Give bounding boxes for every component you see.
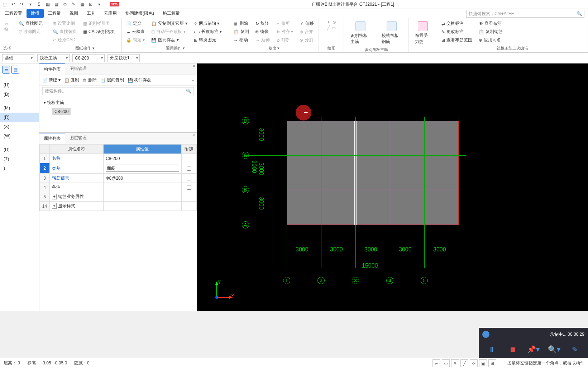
screen-recorder-overlay[interactable]: 录制中... 00:00:29 ⏸ ⏹ 📌▾ 🔍▾ ✎	[479, 328, 588, 358]
qat-undo-icon[interactable]: ↶	[10, 1, 16, 8]
lnav-6[interactable]: (X)	[0, 122, 39, 131]
rbtn-restore-cad[interactable]: ↶ 还原CAD	[51, 36, 78, 44]
lnav-3[interactable]	[0, 99, 39, 103]
qat-dropdown-icon[interactable]: ▾	[27, 1, 34, 8]
prop-chk-2[interactable]	[187, 166, 191, 171]
expand-icon[interactable]: +	[52, 203, 57, 209]
rbtn-offset[interactable]: ⫽ 偏移	[298, 20, 315, 27]
qat-grid1-icon[interactable]: ▦	[44, 1, 51, 8]
menu-project-settings[interactable]: 工程设置	[1, 9, 27, 18]
rbtn-delete[interactable]: 🗑 删除	[232, 20, 250, 27]
rbtn-change-annot[interactable]: ✎ 更改标注	[440, 28, 474, 36]
lnav-4[interactable]: (M)	[0, 103, 39, 113]
lnav-1[interactable]: (H)	[0, 80, 39, 90]
qat-grid2-icon[interactable]: ▦	[53, 1, 59, 8]
tree-child[interactable]: C8-200	[52, 108, 71, 115]
group-common[interactable]: 通用操作 ▾	[125, 46, 226, 51]
qat-doc-icon[interactable]: ⊡	[87, 1, 94, 8]
bigbtn-check-rebar[interactable]: 校核筏板钢筋	[378, 20, 406, 46]
sbtn-7[interactable]: ⊞	[488, 359, 496, 367]
bigbtn-layout-rebar[interactable]: 布置受力筋	[411, 20, 434, 46]
tbtn-delete[interactable]: 🗑 删除	[83, 77, 97, 83]
rbtn-auto-align[interactable]: ⊞ 自动平齐顶板 ▾	[150, 28, 188, 36]
lnav-7[interactable]: (W)	[0, 131, 39, 141]
mid-panel-close-icon[interactable]: ✕	[192, 64, 195, 68]
lnav-5[interactable]: (R)	[0, 113, 39, 122]
group-modify[interactable]: 修改 ▾	[232, 46, 316, 51]
shortcut-search-input[interactable]: 快捷键搜索，Ctrl+Alt+E 🔍	[466, 10, 584, 18]
sbtn-6[interactable]: ▣	[479, 359, 487, 367]
recorder-stop-button[interactable]: ⏹	[506, 343, 519, 356]
expand-icon[interactable]: +	[52, 194, 57, 199]
toolbar-more-icon[interactable]: »	[191, 78, 194, 83]
rbtn-copy-layer[interactable]: 📋 复制到其它层 ▾	[150, 20, 188, 27]
view-list-icon[interactable]: ☰	[2, 66, 10, 74]
tab-component-list[interactable]: 构件列表	[39, 63, 65, 75]
prop-panel-close-icon[interactable]: ✕	[192, 133, 195, 137]
recorder-pause-button[interactable]: ⏸	[486, 343, 498, 356]
rbtn-copy[interactable]: 📋 复制	[232, 28, 250, 36]
qat-redo-icon[interactable]: ↷	[19, 1, 25, 8]
tbtn-save[interactable]: 💾 构件存盘	[128, 77, 151, 83]
rbtn-view-rebar[interactable]: 👁 查看布筋	[477, 20, 504, 27]
lnav-8[interactable]	[0, 141, 39, 145]
combo-layer[interactable]: 分层筏板1	[107, 54, 140, 62]
qat-grid3-icon[interactable]: ▦	[79, 1, 85, 8]
combo-rebar-type[interactable]: 筏板主筋	[37, 54, 70, 62]
group-drawing[interactable]: 图纸操作 ▾	[51, 46, 119, 51]
lnav-10[interactable]: (T)	[0, 154, 39, 164]
tab-property-list[interactable]: 属性列表	[39, 133, 65, 144]
rbtn-break[interactable]: ⊘ 打断	[275, 36, 295, 44]
recorder-tool1-button[interactable]: 📌▾	[527, 343, 540, 356]
menu-modeling[interactable]: 建模	[27, 9, 44, 18]
combo-foundation[interactable]: 基础	[2, 54, 34, 62]
rbtn-two-point[interactable]: ⊹ 两点辅轴 ▾	[192, 20, 223, 27]
qat-sigma-icon[interactable]: Σ	[36, 1, 42, 8]
lnav-11[interactable]: )	[0, 164, 39, 173]
view-grid-icon[interactable]: ▦	[11, 66, 19, 74]
rbtn-identify-floor[interactable]: ▦ 识别楼层表	[82, 20, 116, 27]
rbtn-trim[interactable]: ✂ 修剪	[275, 20, 295, 27]
rbtn-cloud-check[interactable]: ☁ 云检查	[125, 28, 146, 36]
draw-line-icon[interactable]: ╱	[327, 25, 330, 30]
prop-chk-4[interactable]	[187, 185, 191, 190]
rbtn-copy-rebar[interactable]: 📋 复制钢筋	[477, 28, 504, 36]
rbtn-convert[interactable]: ⊞ 转换图元	[192, 36, 223, 44]
sbtn-3[interactable]: ✕	[451, 359, 459, 367]
rbtn-extend[interactable]: → 延伸	[254, 36, 271, 44]
draw-circle-icon[interactable]: ⊙	[333, 20, 336, 25]
sbtn-1[interactable]: ⌐	[432, 359, 440, 367]
recorder-tool2-button[interactable]: 🔍▾	[548, 343, 560, 356]
rbtn-find-replace[interactable]: 🔍 查找替换	[51, 28, 78, 36]
rbtn-filter-element[interactable]: ▽ 过滤图元	[17, 28, 45, 36]
bigbtn-identify-rebar[interactable]: 识别筏板主筋	[347, 20, 374, 46]
qat-edit-icon[interactable]: ✎	[70, 1, 77, 8]
rbtn-align[interactable]: ⊫ 对齐 ▾	[275, 28, 295, 36]
menu-collab[interactable]: 协同建模(限免)	[121, 9, 158, 18]
lnav-0[interactable]	[0, 76, 39, 80]
qat-app-icon[interactable]: ⬚	[1, 1, 8, 8]
combo-spec[interactable]: C8-200	[72, 54, 105, 62]
tbtn-layer-copy[interactable]: 📑 层间复制	[100, 77, 124, 83]
tab-layer-mgmt[interactable]: 图层管理	[65, 133, 91, 144]
rbtn-length-dim[interactable]: ⟷ 长度标注 ▾	[192, 28, 223, 36]
drawing-canvas[interactable]: D C B A 1 2 3 4 5 3000 3000 3000 9000 30…	[197, 63, 588, 311]
rbtn-split[interactable]: ⊗ 分割	[298, 36, 315, 44]
sbtn-5[interactable]: ⊹	[470, 359, 478, 367]
rbtn-merge[interactable]: ⊕ 合并	[298, 28, 315, 36]
sbtn-2[interactable]: ▭	[442, 359, 450, 367]
prop-input-type[interactable]	[106, 165, 179, 172]
menu-cloud[interactable]: 云应用	[100, 9, 121, 18]
qat-gear-icon[interactable]: ⚙	[62, 1, 68, 8]
tab-drawing-mgmt[interactable]: 图纸管理	[65, 63, 91, 75]
rbtn-move[interactable]: ↔ 移动	[232, 36, 250, 44]
menu-tools[interactable]: 工具	[82, 9, 100, 18]
rbtn-swap-annot[interactable]: ⇄ 交换标注	[440, 20, 474, 27]
rbtn-cad-options[interactable]: ▦ CAD识别选项	[82, 28, 116, 36]
rbtn-set-scale[interactable]: ⊞ 设置比例	[51, 20, 78, 27]
rbtn-define[interactable]: 📄 定义	[125, 20, 146, 27]
component-search-input[interactable]: 搜索构件... 🔍	[42, 87, 194, 95]
rbtn-view-range[interactable]: ⊞ 查看布筋范围	[440, 36, 474, 44]
lnav-9[interactable]: (D)	[0, 145, 39, 154]
prop-chk-3[interactable]	[187, 176, 191, 180]
